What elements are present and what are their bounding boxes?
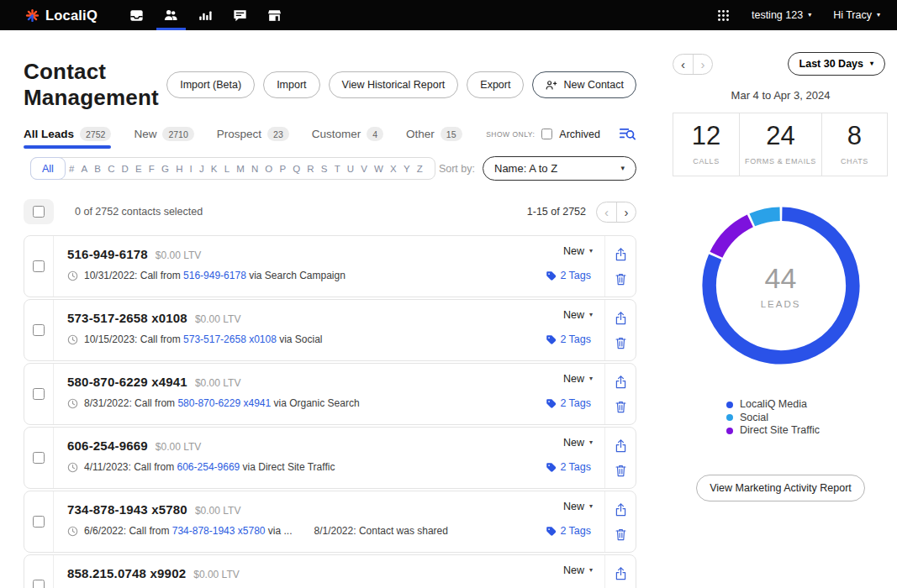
contact-phone-link[interactable]: 516-949-6178: [183, 270, 246, 281]
alpha-filter-letter[interactable]: E: [135, 164, 142, 174]
alpha-filter-letter[interactable]: T: [335, 164, 340, 174]
share-icon[interactable]: [615, 312, 627, 325]
alpha-filter-letter[interactable]: W: [374, 164, 383, 174]
tags-link[interactable]: 2 Tags: [546, 270, 591, 281]
row-checkbox[interactable]: [33, 260, 45, 272]
alpha-filter-letter[interactable]: M: [236, 164, 245, 174]
row-checkbox[interactable]: [33, 516, 45, 528]
app-grid-icon[interactable]: [717, 9, 730, 22]
archived-checkbox[interactable]: [541, 129, 552, 139]
alpha-filter-letter[interactable]: B: [94, 164, 101, 174]
alpha-filter-letter[interactable]: X: [390, 164, 397, 174]
prev-page-button[interactable]: ‹: [597, 202, 616, 223]
alpha-filter-letter[interactable]: Z: [417, 164, 423, 174]
filter-search-icon[interactable]: [619, 126, 636, 142]
contact-name[interactable]: 606-254-9669: [67, 438, 148, 453]
account-dropdown[interactable]: testing 123▾: [752, 9, 811, 21]
share-icon[interactable]: [615, 375, 627, 389]
status-dropdown[interactable]: New▾: [563, 245, 593, 257]
contact-name[interactable]: 573-517-2658 x0108: [67, 311, 187, 325]
messages-nav-icon[interactable]: [223, 0, 257, 30]
contacts-nav-icon[interactable]: [154, 0, 188, 30]
alpha-filter-letter[interactable]: K: [211, 164, 218, 174]
import-beta-button[interactable]: Import (Beta): [166, 71, 255, 98]
tags-link[interactable]: 2 Tags: [546, 397, 591, 409]
tags-link[interactable]: 2 Tags: [546, 525, 591, 537]
status-dropdown[interactable]: New▾: [563, 564, 593, 576]
period-dropdown[interactable]: Last 30 Days ▾: [788, 52, 885, 76]
nav-icon-group: [119, 0, 292, 30]
alpha-filter-letter[interactable]: J: [199, 164, 204, 174]
alpha-filter-letter[interactable]: R: [307, 164, 314, 174]
user-menu-dropdown[interactable]: Hi Tracy▾: [833, 9, 880, 21]
delete-icon[interactable]: [615, 528, 627, 541]
brand[interactable]: LocaliQ: [25, 8, 98, 24]
tab-customer[interactable]: Customer4: [312, 127, 383, 149]
alpha-filter-letter[interactable]: D: [122, 164, 129, 174]
pagination-range: 1-15 of 2752: [527, 206, 586, 218]
tab-new[interactable]: New2710: [134, 127, 193, 149]
inbox-nav-icon[interactable]: [119, 0, 154, 30]
status-dropdown[interactable]: New▾: [563, 309, 593, 321]
row-checkbox[interactable]: [33, 452, 45, 464]
share-icon[interactable]: [615, 503, 627, 517]
new-contact-button[interactable]: New Contact: [532, 71, 636, 98]
tab-all-leads[interactable]: All Leads2752: [24, 127, 111, 149]
row-checkbox[interactable]: [33, 324, 45, 336]
view-marketing-activity-report-button[interactable]: View Marketing Activity Report: [696, 475, 865, 501]
alpha-filter-letter[interactable]: N: [251, 164, 258, 174]
delete-icon[interactable]: [615, 400, 627, 413]
contact-phone-link[interactable]: 734-878-1943 x5780: [172, 525, 266, 537]
sort-dropdown[interactable]: Name: A to Z ▾: [483, 156, 636, 181]
storefront-nav-icon[interactable]: [257, 0, 292, 30]
alpha-filter-letter[interactable]: C: [108, 164, 114, 174]
alpha-filter-letter[interactable]: G: [161, 164, 169, 174]
alpha-filter-letter[interactable]: I: [190, 164, 193, 174]
import-button[interactable]: Import: [263, 71, 319, 98]
alpha-filter-letter[interactable]: P: [279, 164, 286, 174]
contact-phone-link[interactable]: 573-517-2658 x0108: [183, 333, 277, 345]
share-icon[interactable]: [615, 567, 627, 580]
alpha-filter-letter[interactable]: U: [347, 164, 354, 174]
contact-name[interactable]: 734-878-1943 x5780: [67, 502, 187, 517]
status-dropdown[interactable]: New▾: [563, 373, 593, 385]
next-page-button[interactable]: ›: [616, 202, 636, 223]
alpha-filter-all[interactable]: All: [30, 157, 66, 180]
share-icon[interactable]: [615, 439, 627, 453]
export-button[interactable]: Export: [467, 71, 524, 98]
view-historical-report-button[interactable]: View Historical Report: [329, 71, 459, 98]
delete-icon[interactable]: [615, 336, 627, 349]
contact-phone-link[interactable]: 606-254-9669: [177, 461, 240, 473]
alpha-filter-letter[interactable]: S: [321, 164, 328, 174]
delete-icon[interactable]: [615, 272, 627, 286]
tags-link[interactable]: 2 Tags: [546, 333, 591, 345]
share-icon[interactable]: [615, 248, 627, 261]
row-checkbox[interactable]: [33, 580, 45, 588]
contact-phone-link[interactable]: 580-870-6229 x4941: [177, 397, 271, 409]
alpha-filter-letter[interactable]: L: [224, 164, 230, 174]
alpha-filter-letter[interactable]: #: [69, 164, 74, 174]
delete-icon[interactable]: [615, 464, 627, 477]
lead-tabs: All Leads2752New2710Prospect23Customer4O…: [24, 127, 485, 149]
tab-other[interactable]: Other15: [406, 127, 462, 149]
status-dropdown[interactable]: New▾: [563, 501, 593, 512]
alpha-filter-letter[interactable]: F: [149, 164, 155, 174]
contact-name[interactable]: 516-949-6178: [67, 247, 148, 261]
row-checkbox[interactable]: [33, 388, 45, 400]
contact-name[interactable]: 580-870-6229 x4941: [67, 375, 187, 389]
alpha-filter-letter[interactable]: O: [265, 164, 272, 174]
select-all-checkbox[interactable]: [33, 206, 45, 218]
alpha-filter-letter[interactable]: A: [82, 164, 88, 174]
alpha-filter-letter[interactable]: Q: [293, 164, 300, 174]
alpha-filter-letter[interactable]: H: [176, 164, 182, 174]
reports-nav-icon[interactable]: [188, 0, 223, 30]
alpha-filter-letter[interactable]: Y: [404, 164, 410, 174]
alpha-filter-letter[interactable]: V: [361, 164, 367, 174]
tags-link[interactable]: 2 Tags: [546, 461, 591, 473]
brand-name: LocaliQ: [45, 8, 98, 24]
prev-period-button[interactable]: ‹: [673, 54, 693, 75]
status-dropdown[interactable]: New▾: [563, 437, 593, 449]
tab-prospect[interactable]: Prospect23: [217, 127, 289, 149]
next-period-button[interactable]: ›: [693, 54, 712, 75]
contact-name[interactable]: 858.215.0748 x9902: [67, 566, 186, 580]
